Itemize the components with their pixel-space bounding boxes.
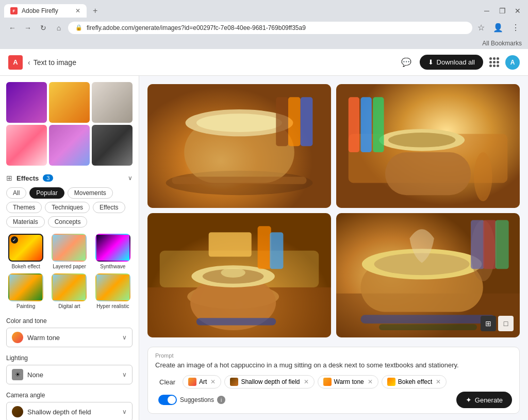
color-tone-section: Color and tone Warm tone ∨	[6, 317, 133, 347]
forward-btn[interactable]: →	[22, 22, 34, 34]
camera-icon	[12, 406, 23, 417]
svg-rect-27	[270, 233, 283, 269]
filter-techniques[interactable]: Techniques	[45, 202, 90, 213]
svg-rect-39	[360, 315, 495, 324]
clear-btn[interactable]: Clear	[155, 376, 179, 388]
restore-btn[interactable]: ❐	[496, 5, 508, 17]
image-area: ⊞ □	[139, 76, 528, 342]
effect-synthwave-label: Synthwave	[100, 264, 125, 269]
thumb-1[interactable]	[6, 82, 47, 123]
thumb-4[interactable]	[6, 125, 47, 166]
image-grid: ⊞ □	[147, 84, 520, 337]
tag-shallow[interactable]: Shallow depth of field ✕	[224, 375, 314, 389]
app-header: A ‹ Text to image 💬 ⬇ Download all A	[0, 49, 528, 76]
filter-materials[interactable]: Materials	[6, 216, 45, 228]
effect-bokeh-label: Bokeh effect	[11, 264, 40, 269]
image-3-svg	[147, 213, 331, 337]
generate-btn[interactable]: ✦ Generate	[456, 392, 512, 408]
tag-bokeh-label: Bokeh effect	[398, 378, 433, 385]
tag-bokeh[interactable]: Bokeh effect ✕	[382, 375, 447, 389]
prompt-area: Prompt Create an image of a hot cappucci…	[139, 342, 528, 420]
menu-btn[interactable]: ⋮	[509, 21, 522, 35]
effect-synthwave[interactable]: Synthwave	[93, 234, 133, 269]
thumb-6[interactable]	[92, 125, 133, 166]
tag-warm-close-icon[interactable]: ✕	[368, 378, 373, 385]
prompt-text: Create an image of a hot cappuccino in a…	[155, 361, 512, 370]
image-cell-2[interactable]	[336, 84, 520, 208]
effect-digital[interactable]: Digital art	[50, 273, 89, 309]
bookmark-btn[interactable]: ☆	[475, 21, 487, 35]
suggestions-toggle-switch[interactable]	[158, 395, 177, 405]
browser-controls: ← → ↻ ⌂ 🔒 firefly.adobe.com/generate/ima…	[0, 18, 528, 38]
svg-rect-37	[483, 220, 497, 269]
tag-bokeh-close-icon[interactable]: ✕	[436, 378, 441, 385]
thumb-5[interactable]	[49, 125, 90, 166]
thumb-2[interactable]	[49, 82, 90, 123]
address-bar[interactable]: 🔒 firefly.adobe.com/generate/images?id=e…	[68, 22, 472, 34]
header-actions: 💬 ⬇ Download all A	[399, 55, 520, 70]
lighting-select[interactable]: ☀ None ∨	[6, 365, 133, 384]
svg-rect-5	[172, 177, 306, 184]
back-btn[interactable]: ←	[6, 22, 19, 34]
warm-tag-icon	[323, 378, 332, 386]
apps-icon[interactable]	[489, 57, 499, 67]
filter-effects[interactable]: Effects	[93, 202, 125, 213]
thumb-3[interactable]	[92, 82, 133, 123]
effects-grid-icon: ⊞	[6, 174, 12, 182]
avatar[interactable]: A	[505, 55, 520, 70]
chat-btn[interactable]: 💬	[399, 55, 414, 69]
camera-select[interactable]: Shallow depth of field ∨	[6, 402, 133, 420]
svg-rect-8	[301, 97, 313, 146]
suggestions-toggle: Suggestions i	[158, 395, 225, 405]
tab-title: Adobe Firefly	[22, 7, 58, 14]
effect-layered-thumb	[52, 234, 87, 262]
svg-rect-7	[288, 97, 301, 146]
tag-shallow-close-icon[interactable]: ✕	[304, 378, 309, 385]
refresh-btn[interactable]: ↻	[37, 22, 50, 34]
shallow-tag-icon	[230, 378, 238, 386]
image-cell-1[interactable]	[147, 84, 331, 208]
active-tab[interactable]: F Adobe Firefly ✕	[4, 4, 87, 18]
filter-popular[interactable]: Popular	[29, 187, 64, 199]
svg-rect-38	[496, 220, 509, 269]
color-tone-select[interactable]: Warm tone ∨	[6, 328, 133, 347]
svg-point-12	[388, 133, 456, 147]
effect-layered[interactable]: Layered paper	[50, 234, 89, 269]
minimize-btn[interactable]: ─	[481, 5, 493, 17]
grid-view-btn[interactable]: ⊞	[481, 316, 496, 331]
toggle-knob	[168, 396, 176, 404]
lighting-value: None	[27, 371, 122, 379]
filter-movements[interactable]: Movements	[68, 187, 113, 199]
effect-painting[interactable]: Painting	[6, 273, 45, 309]
tag-art-close-icon[interactable]: ✕	[210, 378, 216, 385]
tab-bar: F Adobe Firefly ✕ + ─ ❐ ✕	[0, 0, 528, 18]
camera-label: Camera angle	[6, 392, 133, 399]
filter-themes[interactable]: Themes	[6, 202, 42, 213]
profile-btn[interactable]: 👤	[491, 21, 505, 35]
tag-art[interactable]: Art ✕	[183, 375, 221, 389]
effect-bokeh-thumb: ✓	[8, 234, 43, 262]
selected-check-icon: ✓	[11, 236, 18, 244]
download-all-btn[interactable]: ⬇ Download all	[420, 55, 483, 70]
effects-section-header[interactable]: ⊞ Effects 3 ∨	[6, 174, 133, 182]
filter-concepts[interactable]: Concepts	[48, 216, 88, 228]
page-title: Text to image	[34, 58, 76, 67]
effect-bokeh[interactable]: ✓ Bokeh effect	[6, 234, 45, 269]
tag-warm[interactable]: Warm tone ✕	[318, 375, 378, 389]
browser-actions: ☆ 👤 ⋮	[475, 21, 522, 35]
camera-section: Camera angle Shallow depth of field ∨	[6, 392, 133, 420]
single-view-btn[interactable]: □	[498, 316, 514, 331]
tag-warm-label: Warm tone	[334, 378, 364, 385]
filter-all[interactable]: All	[6, 187, 26, 199]
back-nav-btn[interactable]: ‹	[28, 58, 30, 67]
suggestions-info-icon[interactable]: i	[217, 396, 225, 404]
effect-hyper[interactable]: Hyper realistic	[93, 273, 133, 309]
download-label: Download all	[437, 58, 475, 66]
image-cell-3[interactable]	[147, 213, 331, 337]
home-btn[interactable]: ⌂	[53, 22, 65, 34]
close-btn[interactable]: ✕	[512, 5, 524, 17]
svg-rect-15	[349, 97, 359, 152]
tab-close-btn[interactable]: ✕	[75, 7, 80, 14]
new-tab-btn[interactable]: +	[89, 4, 102, 18]
effects-count-badge: 3	[43, 174, 53, 182]
